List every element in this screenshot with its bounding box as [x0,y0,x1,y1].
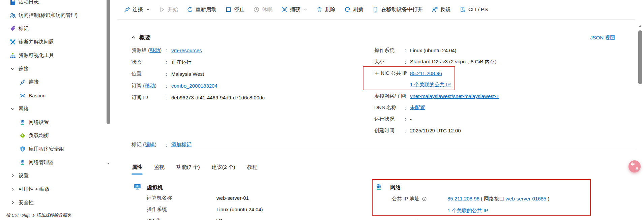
property-value: V2 [216,218,223,220]
toolbar-button-refresh[interactable]: 刷新 [344,6,363,13]
field-row-vnet-subnet: 虚拟网络/子网:vnet-malaysiawest/snet-malaysiaw… [374,90,604,102]
toolbar-button-hibernate: 休眠 [253,6,272,13]
load-balancer-icon [20,133,26,139]
sidebar-item-connect[interactable]: 连接 [0,75,111,89]
field-value: - [410,116,412,122]
sidebar-item-access-control[interactable]: 访问控制(标识和访问管理) [0,9,111,22]
field-row-subscription-id: 订阅 ID:6eb96273-df41-4469-94d9-d71d6c8f00… [131,92,341,103]
toolbar-button-feedback[interactable]: 反馈 [432,6,451,13]
tab-capabilities[interactable]: 功能(7 个) [176,162,200,175]
tab-bar: 属性监视功能(7 个)建议(2 个)教程 [131,162,258,175]
toolbar-button-cli-ps[interactable]: CLI / PS [460,6,488,13]
info-icon[interactable] [422,196,427,201]
value-link[interactable]: 85.211.208.96 [447,196,479,201]
tags-label: 标记 (编辑) [131,142,166,148]
sidebar-group-group-settings[interactable]: 设置 [0,169,111,183]
chevron-right-icon [10,200,15,205]
field-value: vm-resources [171,48,202,53]
tab-tutorials[interactable]: 教程 [247,162,258,175]
toolbar-button-open-in-mobile[interactable]: 在移动设备中打开 [372,6,423,13]
property-row-public-ip-address: 公共 IP 地址85.211.208.96 ( 网络接口 web-server-… [392,193,601,205]
chevron-down-icon [303,7,308,11]
chevron-down-icon [10,106,15,112]
value-link[interactable]: 未配置 [410,104,425,110]
stop-icon [225,6,232,13]
value-link[interactable]: web-server-01685 [505,196,546,201]
field-value: 6eb96273-df41-4469-94d9-d71d6c8f00dc [171,95,265,100]
toolbar-button-capture[interactable]: 捕获 [281,6,308,13]
tag-icon [9,25,16,32]
toolbar-label: CLI / PS [468,6,488,12]
collapse-chevron-up-icon [131,35,136,40]
toolbar-button-connect[interactable]: 连接 [124,6,150,13]
sidebar-item-bastion[interactable]: Bastion [0,89,111,102]
access-control-icon [9,12,16,19]
resource-visualizer-icon [9,52,16,59]
translate-en-glyph: A [636,166,639,171]
toolbar-button-start: 开始 [159,6,178,13]
field-label: DNS 名称 [374,104,405,111]
property-label: VM 代 [147,218,216,220]
overview-right-fields: 操作系统:Linux (ubuntu 24.04)大小:Standard D2s… [374,44,604,136]
overview-title: 概要 [139,34,151,41]
sidebar-group-group-connect[interactable]: 连接 [0,62,111,75]
sidebar-favorites-hint: 按 Ctrl+Shift+F 添加或移除收藏夹 [6,212,71,218]
toolbar-button-restart[interactable]: 重新启动 [187,6,216,13]
sidebar-group-group-network[interactable]: 网络 [0,102,111,116]
sidebar-item-diagnose-solve[interactable]: 诊断并解决问题 [0,35,111,49]
field-row-resource-group: 资源组 (移动):vm-resources [131,44,341,56]
chevron-down-icon [10,66,15,71]
toolbar-label: 休眠 [262,6,272,13]
main-scrollbar[interactable] [637,20,643,220]
property-label: 操作系统 [147,206,216,213]
sidebar-scroll-down-icon[interactable] [107,162,110,165]
value-link[interactable]: vm-resources [171,48,202,53]
value-link[interactable]: combo_2000183204 [171,83,217,89]
sidebar-scrollbar-thumb[interactable] [107,0,110,124]
scroll-up-icon[interactable] [638,24,642,28]
toolbar-divider [117,19,635,20]
value-link[interactable]: 1 个关联的公共 IP [447,208,488,213]
sidebar-item-resource-visualizer[interactable]: 资源可视化工具 [0,49,111,62]
overview-section-header[interactable]: 概要 [131,34,151,41]
main-scrollbar-thumb[interactable] [638,30,642,84]
sidebar-item-network-manager[interactable]: 网络管理器 [0,156,111,169]
sidebar-group-group-availability-scale[interactable]: 可用性 + 缩放 [0,183,111,196]
tab-properties[interactable]: 属性 [131,162,143,175]
toolbar-button-stop[interactable]: 停止 [225,6,244,13]
tab-recommendations[interactable]: 建议(2 个) [211,162,236,175]
value-link[interactable]: 1 个关联的公共 IP [410,82,451,87]
property-row-public-ip-v6: 公用 IP 地址(IPv6) [392,217,601,220]
field-value: combo_2000183204 [171,83,217,89]
value-link[interactable]: 移动 [145,83,155,88]
toolbar-button-delete[interactable]: 删除 [316,6,335,13]
field-row-associated-public-ip: 1 个关联的公共 IP [374,79,604,90]
trash-icon [316,6,323,13]
tab-monitoring[interactable]: 监视 [154,162,165,175]
field-row-dns-name: DNS 名称:未配置 [374,102,604,113]
translate-button[interactable]: 中 A [628,160,641,172]
value-link[interactable]: vnet-malaysiawest/snet-malaysiawest-1 [410,93,499,99]
value-link[interactable]: 85.211.208.96 [410,70,442,76]
tags-edit-link[interactable]: 编辑 [145,142,155,147]
mobile-icon [372,6,379,13]
json-view-link[interactable]: JSON 视图 [590,35,615,41]
toolbar-label: 删除 [325,6,335,13]
add-tags-link[interactable]: 添加标记 [171,142,192,148]
sidebar-item-tags[interactable]: 标记 [0,22,111,35]
sidebar-item-network-settings[interactable]: 网络设置 [0,116,111,129]
play-icon [159,6,165,13]
sidebar-item-load-balancer[interactable]: 负载均衡 [0,129,111,143]
network-section-title: 网络 [390,184,401,191]
sidebar-item-app-security-groups[interactable]: 应用程序安全组 [0,143,111,156]
field-value: Standard D2s v3 (2 vcpu，8 GiB 内存) [410,59,497,65]
sidebar-scrollbar[interactable] [107,0,110,172]
field-row-primary-nic-public-ip: 主 NIC 公共 IP:85.211.208.96 [374,67,604,79]
sidebar-group-group-security[interactable]: 安全性 [0,196,111,209]
field-label: 订阅 (移动) [131,83,166,89]
network-globe-icon [375,183,383,191]
shield-icon [20,146,26,152]
value-link[interactable]: 移动 [150,47,160,53]
sidebar-item-activity-log[interactable]: 活动日志 [0,0,111,9]
toolbar-label: 连接 [133,6,143,13]
